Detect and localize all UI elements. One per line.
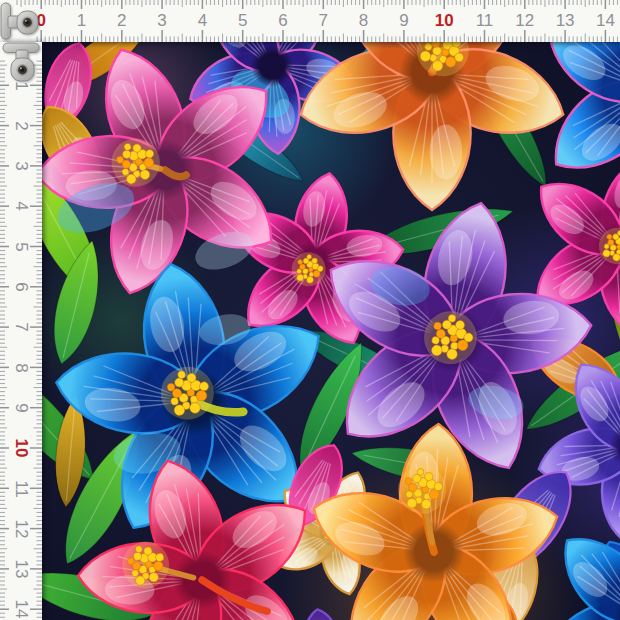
tape-end-clip-vertical — [0, 42, 42, 86]
ruler-horizontal: 01234567891011121314 — [0, 0, 620, 42]
ruler-number: 9 — [399, 12, 408, 29]
ruler-number: 7 — [13, 323, 30, 332]
ruler-number: 3 — [157, 12, 166, 29]
ruler-number: 13 — [556, 12, 575, 29]
ruler-number: 3 — [13, 161, 30, 170]
ruler-number: 14 — [13, 600, 30, 619]
ruler-number: 6 — [13, 282, 30, 291]
ruler-number: 11 — [476, 12, 494, 29]
ruler-number: 10 — [13, 439, 30, 458]
ruler-number: 2 — [117, 12, 126, 29]
ruler-number: 10 — [435, 12, 454, 29]
ruler-number: 4 — [198, 12, 207, 29]
ruler-number: 5 — [13, 242, 30, 251]
ruler-number: 11 — [13, 480, 30, 498]
ruler-number: 7 — [319, 12, 328, 29]
ruler-number: 13 — [13, 560, 30, 579]
ruler-number: 12 — [515, 12, 534, 29]
ruler-number: 6 — [278, 12, 287, 29]
ruler-number: 14 — [596, 12, 615, 29]
ruler-number: 4 — [13, 202, 30, 211]
ruler-number: 5 — [238, 12, 247, 29]
ruler-number: 8 — [359, 12, 368, 29]
ruler-vertical: 1234567891011121314 — [0, 42, 42, 620]
ruler-number: 8 — [13, 363, 30, 372]
tape-end-clip-horizontal — [0, 0, 44, 42]
fabric-swatch-photo: 01234567891011121314 1234567891011121314 — [0, 0, 620, 620]
ruler-number: 2 — [13, 121, 30, 130]
fabric-pattern — [0, 0, 620, 620]
ruler-number: 9 — [13, 403, 30, 412]
ruler-number: 1 — [77, 12, 86, 29]
ruler-number: 12 — [13, 519, 30, 538]
